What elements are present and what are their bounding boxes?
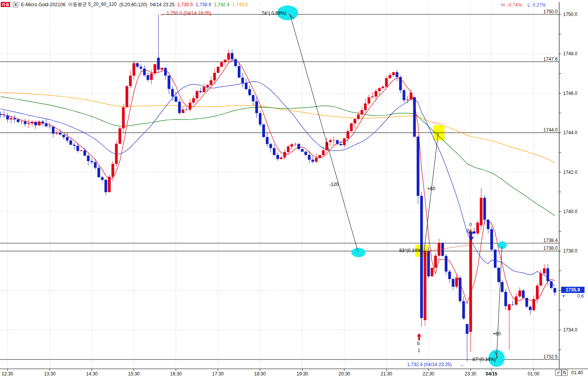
candle-body (480, 198, 483, 225)
candle-body (315, 158, 318, 162)
candle-body (466, 324, 469, 334)
pencil-icon (556, 371, 560, 375)
y-axis-label: 1734.0 (563, 327, 577, 333)
candle-body (501, 282, 504, 292)
candle-body (119, 128, 121, 144)
candle-body (0, 114, 2, 115)
candle-body (420, 196, 423, 318)
zoom-tool-button[interactable] (562, 370, 568, 376)
candle-body (424, 251, 427, 320)
candle-body (69, 140, 72, 145)
candle-body (294, 144, 297, 144)
x-axis-label: 12:30 (2, 371, 13, 377)
dashed-measure-line (425, 245, 471, 251)
candle-body (283, 152, 286, 158)
y-axis-label: 1740.0 (563, 209, 577, 214)
candle-body (104, 180, 107, 192)
candle-body (532, 299, 535, 310)
candle-body (80, 151, 82, 151)
candle-body (210, 80, 212, 85)
candle-body (364, 103, 367, 110)
candle-body (90, 161, 93, 162)
candlestick-chart[interactable]: 12:3013:3014:3015:3016:3017:3018:3019:30… (0, 0, 588, 377)
candle-body (378, 88, 381, 91)
draw-tool-button[interactable] (555, 370, 562, 376)
candle-body (529, 307, 532, 310)
candle-body (417, 137, 419, 196)
close-icon[interactable]: X (13, 2, 18, 7)
candle-body (525, 298, 528, 307)
ma60-value: 1,742.4 (214, 2, 230, 7)
candle-body (3, 115, 5, 115)
y-axis-label: 1742.0 (563, 170, 577, 175)
candle-body (445, 256, 448, 272)
candle-body (269, 144, 272, 148)
candle-body (111, 164, 114, 177)
candle-body (276, 155, 279, 159)
candle-body (511, 304, 514, 305)
auto-badge[interactable]: 자동 (1, 2, 10, 7)
candle-body (206, 85, 209, 87)
trend-line (497, 246, 502, 359)
cyan-highlight (351, 248, 365, 257)
candle-body (441, 243, 444, 256)
candle-body (431, 268, 434, 276)
candle-body (94, 162, 97, 168)
chart-annotation: -120 (329, 182, 339, 187)
candle-body (476, 223, 479, 233)
candle-body (266, 137, 269, 144)
candle-body (189, 103, 191, 110)
candle-body (343, 139, 346, 146)
candle-body (259, 113, 262, 124)
candle-body (287, 147, 290, 152)
candle-body (522, 291, 525, 298)
high-value: -0.74% (507, 2, 522, 8)
candle-body (311, 160, 314, 162)
y-axis-label: 1750.0 (563, 12, 577, 17)
price-level-label: 1738.4 (543, 238, 558, 243)
candle-body (504, 292, 507, 306)
chart-annotation: 1,732.4 (04/14 23:25) (407, 362, 452, 367)
candle-body (108, 177, 111, 192)
candle-body (17, 119, 19, 122)
chart-annotation: 74°( 0.68%) (262, 11, 286, 16)
candle-body (24, 121, 26, 124)
candle-body (55, 133, 58, 133)
candle-body (410, 93, 412, 100)
candle-body (318, 155, 321, 158)
candle-body (515, 296, 518, 305)
candle-body (10, 118, 12, 119)
candle-body (238, 66, 240, 78)
x-axis-label: 04/15 (486, 371, 497, 377)
high-label: H: (501, 2, 506, 8)
candle-body (252, 95, 255, 101)
x-axis-label: 20:30 (339, 371, 350, 377)
candle-body (248, 89, 251, 95)
down-triangle-icon: ▼ (562, 293, 565, 299)
candle-body (38, 121, 40, 125)
candle-body (115, 144, 118, 164)
candle-body (157, 58, 160, 70)
candle-body (224, 60, 226, 62)
candle-body (389, 75, 391, 78)
chart-annotation: ← (160, 11, 164, 17)
price-level-label: 1738.0 (543, 245, 558, 251)
candle-body (539, 274, 542, 286)
x-axis-label: 15:30 (128, 371, 140, 377)
candle-body (339, 144, 342, 146)
candle-body (357, 114, 360, 119)
price-level-label: 1744.0 (543, 127, 558, 133)
chart-annotation: 0 (469, 222, 472, 228)
candles (0, 14, 556, 361)
x-axis-end-time: 01:40 (571, 370, 583, 375)
candle-body (375, 91, 377, 96)
low-label: L: (527, 2, 531, 8)
candle-body (133, 63, 135, 75)
indicator-params: (5,20,60,120) (119, 2, 147, 7)
candle-body (97, 168, 100, 177)
candle-body (213, 73, 216, 80)
candle-body (308, 155, 311, 160)
candle-body (255, 101, 258, 113)
x-axis-label: 17:30 (212, 371, 224, 377)
ma5-value: 1,735.5 (177, 2, 193, 7)
